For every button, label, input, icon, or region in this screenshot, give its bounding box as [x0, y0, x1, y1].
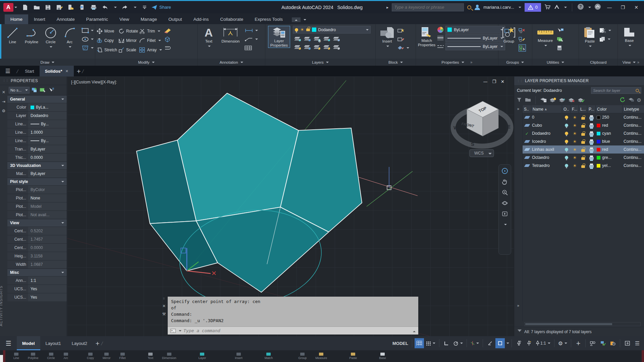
palette-close-icon[interactable]: ✕: [2, 90, 5, 95]
layer-row-0[interactable]: 0 ☀ 250 Continu...: [523, 113, 644, 121]
window-maximize-button[interactable]: ❐: [618, 3, 628, 12]
panel-label-draw[interactable]: Draw: [0, 59, 95, 66]
save-as-icon[interactable]: [56, 4, 63, 11]
palette-grip-icon[interactable]: ⋮⋮: [3, 79, 9, 82]
dimension-button[interactable]: Dimension: [218, 26, 243, 44]
line-button[interactable]: Line: [3, 26, 22, 44]
layer-color-swatch[interactable]: [597, 140, 600, 143]
annotation-monitor-plus[interactable]: +: [574, 338, 583, 348]
orbit-icon[interactable]: [501, 199, 508, 207]
layer-freeze-toggle[interactable]: ☀: [573, 156, 577, 160]
prop-row-material[interactable]: Mat...ByLayer: [7, 169, 67, 178]
layer-color-swatch[interactable]: [597, 116, 600, 119]
window-close-button[interactable]: ✕: [631, 3, 641, 12]
annotation-visibility-toggle[interactable]: [514, 338, 524, 348]
layer-on-toggle[interactable]: [565, 132, 568, 135]
toggle-pickadd-icon[interactable]: [31, 87, 38, 93]
paste-caret-icon[interactable]: [589, 46, 592, 48]
dim-linear-button[interactable]: [245, 27, 258, 34]
layer-on-toggle[interactable]: [565, 148, 568, 151]
snap-mode-toggle[interactable]: [425, 338, 437, 348]
prop-row-annotation-scale[interactable]: Ann...1:1: [7, 276, 67, 285]
new-file-icon[interactable]: [22, 4, 29, 11]
base-caret-icon[interactable]: [629, 45, 631, 48]
autocad-app-menu-icon[interactable]: A: [3, 3, 13, 12]
group-edit-button[interactable]: [519, 36, 526, 43]
zoom-icon[interactable]: [501, 189, 508, 196]
command-recent-caret-icon[interactable]: [179, 330, 181, 333]
layer-freeze-toggle[interactable]: ☀: [573, 139, 577, 144]
layer-unisolate-tool[interactable]: [303, 43, 312, 51]
insert-block-button[interactable]: Insert: [378, 26, 396, 48]
prop-row-thickness[interactable]: Thic...0.0000: [7, 153, 67, 162]
arc-caret-icon[interactable]: [69, 46, 71, 49]
col-linetype[interactable]: Linetype: [623, 105, 644, 113]
new-property-filter-icon[interactable]: [517, 98, 522, 103]
user-avatar-icon[interactable]: [475, 5, 480, 10]
rotate-button[interactable]: Rotate: [118, 26, 138, 36]
command-close-icon[interactable]: ✕: [162, 304, 166, 308]
compass-west[interactable]: W: [453, 125, 459, 130]
viewport-controls-label[interactable]: [-][Custom View][X-Ray]:: [71, 80, 117, 84]
new-drawing-tab-button[interactable]: +: [76, 68, 81, 74]
layer-lock-toggle[interactable]: [581, 165, 585, 168]
layer-lock-toggle[interactable]: [581, 133, 585, 136]
prop-row-center-z[interactable]: Cent...0.0000: [7, 243, 67, 252]
fillet-button[interactable]: Fillet: [139, 36, 162, 45]
layer-properties-button[interactable]: Layer Properties: [268, 26, 290, 48]
quick-select-button[interactable]: [556, 27, 564, 34]
group-button[interactable]: Group: [500, 26, 518, 44]
command-grip-icon[interactable]: ⠿: [163, 297, 165, 300]
ungroup-button[interactable]: [519, 27, 526, 34]
panel-label-block[interactable]: Block: [376, 59, 416, 66]
color-wheel-icon[interactable]: [437, 26, 444, 34]
match-properties-button[interactable]: Match Properties: [418, 26, 435, 47]
section-header-plot[interactable]: Plot style: [7, 178, 67, 185]
ellipse-caret-icon[interactable]: [91, 39, 94, 41]
panel-label-utilities[interactable]: Utilities: [532, 59, 579, 66]
layer-states-icon[interactable]: [540, 98, 547, 103]
object-snap-toggle[interactable]: [495, 338, 505, 348]
vp-override-icon[interactable]: [628, 98, 634, 103]
prop-row-center-y[interactable]: Cent...1.7457: [7, 235, 67, 243]
undo-button[interactable]: [102, 4, 108, 11]
layer-unlock-tool[interactable]: [322, 43, 331, 51]
layer-freeze-toggle[interactable]: ☀: [573, 131, 577, 136]
prop-row-transparency[interactable]: Tran...ByLayer: [7, 145, 67, 153]
pan-icon[interactable]: [501, 178, 508, 185]
prop-row-linetype[interactable]: Line...By...: [7, 120, 67, 128]
circle-button[interactable]: Circle: [42, 26, 60, 49]
plot-icon[interactable]: [90, 4, 97, 11]
layer-manager-title[interactable]: ⋮⋮ LAYER PROPERTIES MANAGER: [514, 76, 644, 85]
close-tab-icon[interactable]: ✕: [65, 69, 68, 73]
attributes-caret-icon[interactable]: [407, 47, 409, 50]
layer-row-icoedro[interactable]: Icoedro ☀ blue Continu...: [523, 137, 644, 145]
trim-caret-icon[interactable]: [158, 31, 160, 33]
new-layout-button[interactable]: +: [95, 340, 100, 347]
arc-button[interactable]: Arc: [60, 26, 79, 49]
layer-plot-toggle[interactable]: [589, 157, 594, 160]
ribbon-tab-annotate[interactable]: Annotate: [51, 14, 80, 24]
invert-filter-icon[interactable]: [518, 329, 522, 334]
osnap-caret-icon[interactable]: [506, 343, 509, 345]
select-similar-button[interactable]: [556, 36, 564, 43]
model-space-indicator[interactable]: MODEL: [391, 338, 410, 348]
graphics-performance-toggle[interactable]: [598, 338, 607, 348]
open-folder-icon[interactable]: [33, 4, 40, 11]
refresh-icon[interactable]: [620, 97, 626, 103]
set-current-layer-icon[interactable]: [578, 98, 584, 103]
isodraft-toggle[interactable]: [469, 338, 480, 348]
trim-button[interactable]: Trim: [139, 26, 162, 36]
cut-button[interactable]: [599, 27, 611, 34]
infocenter-arrow-icon[interactable]: ▸: [386, 5, 388, 10]
stretch-button[interactable]: Stretch: [97, 45, 117, 54]
edit-attributes-button[interactable]: [397, 44, 409, 52]
layer-horizontal-scrollbar[interactable]: [524, 322, 641, 326]
dim-linear-caret-icon[interactable]: [255, 30, 258, 33]
linetype-icon[interactable]: [437, 44, 444, 49]
col-color[interactable]: Color: [596, 105, 623, 113]
ribbon-collapse-caret-icon[interactable]: [304, 19, 306, 22]
dodecahedron-solid[interactable]: [137, 93, 362, 292]
isolate-objects-toggle[interactable]: [588, 338, 597, 348]
ribbon-collapse-icon[interactable]: [292, 17, 301, 22]
